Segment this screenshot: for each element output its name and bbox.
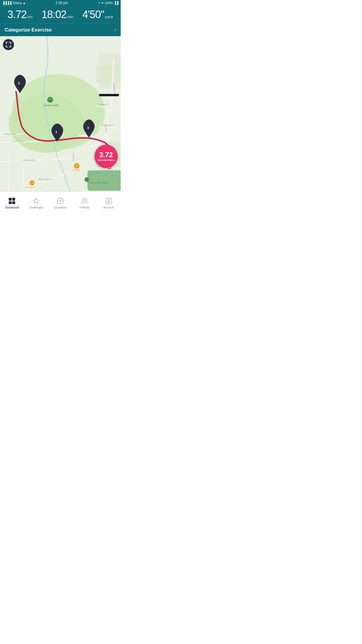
svg-text:Aumann's: Aumann's <box>26 186 36 188</box>
svg-point-58 <box>85 199 87 201</box>
svg-point-32 <box>85 177 89 182</box>
svg-rect-7 <box>87 170 121 191</box>
distance-unit: km <box>28 15 33 19</box>
friends-icon <box>81 197 88 205</box>
account-icon <box>105 197 113 205</box>
svg-rect-40 <box>99 94 119 96</box>
svg-text:Athenry Terrace: Athenry Terrace <box>38 178 52 181</box>
category-label: Categorize Exercise <box>5 27 52 33</box>
nav-dashboard[interactable]: Dashboard <box>0 195 24 211</box>
distance-badge: 3.72 KILOMETERS <box>94 145 118 168</box>
duration-unit: min <box>67 15 73 19</box>
status-right: ↗ ✦ 100% ▐▐ <box>98 1 118 5</box>
wifi-icon: ▲ <box>23 1 26 5</box>
svg-text:🌳: 🌳 <box>48 98 52 102</box>
categorize-exercise-row[interactable]: Categorize Exercise › <box>0 23 121 36</box>
svg-rect-48 <box>9 201 12 204</box>
pace-value: 4'50" <box>82 8 104 21</box>
dashboard-label: Dashboard <box>5 206 19 209</box>
location-icon: ↗ <box>98 1 100 5</box>
duration-value: 18:02 <box>42 8 66 21</box>
bluetooth-icon: ✦ <box>101 1 104 5</box>
status-time: 2:39 pm <box>55 1 68 5</box>
svg-text:1: 1 <box>55 130 57 134</box>
stats-bar: 3.72 km 18:02 min 4'50" pace <box>0 6 121 23</box>
svg-point-2 <box>9 94 85 153</box>
bottom-nav: Dashboard Challenges Guidance <box>0 191 121 215</box>
svg-text:2: 2 <box>18 81 20 85</box>
distance-value: 3.72 <box>7 8 27 21</box>
map-svg: Kearney Ln The Ridge Arlunya Pl The Pkwy… <box>0 36 121 191</box>
svg-text:🏠: 🏠 <box>75 165 78 168</box>
dashboard-icon <box>8 197 16 205</box>
distance-stat: 3.72 km <box>7 8 32 21</box>
challenges-icon <box>32 197 40 205</box>
signal-icon: ▐▐▐▐ <box>2 1 11 5</box>
nav-guidance[interactable]: Guidance <box>48 195 73 211</box>
svg-text:Oxford Close: Oxford Close <box>4 133 16 135</box>
battery-icon: ▐▐ <box>114 1 118 5</box>
nav-friends[interactable]: Friends <box>72 195 96 211</box>
svg-point-56 <box>59 200 61 202</box>
guidance-label: Guidance <box>54 206 67 209</box>
svg-text:3: 3 <box>87 126 89 130</box>
nav-challenges[interactable]: Challenges <box>24 195 48 211</box>
carrier-name: Telstra <box>12 1 22 5</box>
svg-point-60 <box>108 199 110 201</box>
svg-rect-4 <box>96 65 121 83</box>
svg-text:🏠: 🏠 <box>31 182 34 185</box>
battery-percent: 100% <box>105 1 113 5</box>
badge-distance-value: 3.72 <box>99 151 113 158</box>
svg-text:Arlunya Pl: Arlunya Pl <box>99 104 108 106</box>
chevron-right-icon: › <box>114 27 116 33</box>
status-bar: ▐▐▐▐ Telstra ▲ 2:39 pm ↗ ✦ 100% ▐▐ <box>0 0 121 6</box>
badge-distance-unit: KILOMETERS <box>98 159 114 162</box>
pace-stat: 4'50" pace <box>82 8 113 21</box>
svg-rect-46 <box>9 198 12 201</box>
map-container: Kearney Ln The Ridge Arlunya Pl The Pkwy… <box>0 36 121 191</box>
challenges-label: Challenges <box>29 206 43 209</box>
svg-text:Concord Rise: Concord Rise <box>12 140 24 142</box>
svg-text:Sanctuary Pl: Sanctuary Pl <box>101 124 113 127</box>
svg-rect-49 <box>12 201 15 204</box>
svg-point-57 <box>82 199 85 201</box>
pace-unit: pace <box>105 15 113 19</box>
account-label: Account <box>103 206 114 209</box>
nav-account[interactable]: Account <box>96 195 121 211</box>
svg-text:Deep Creek Rese: Deep Creek Rese <box>89 181 108 184</box>
expand-map-button[interactable] <box>3 39 14 50</box>
svg-marker-50 <box>34 198 39 203</box>
friends-label: Friends <box>80 206 89 209</box>
duration-stat: 18:02 min <box>42 8 73 21</box>
svg-text:Websters Rd: Websters Rd <box>23 159 35 161</box>
guidance-icon <box>57 197 64 205</box>
svg-rect-47 <box>12 198 15 201</box>
svg-text:Reece: Reece <box>72 169 80 172</box>
svg-text:Tikalara Park: Tikalara Park <box>43 104 59 107</box>
status-left: ▐▐▐▐ Telstra ▲ <box>2 1 26 5</box>
